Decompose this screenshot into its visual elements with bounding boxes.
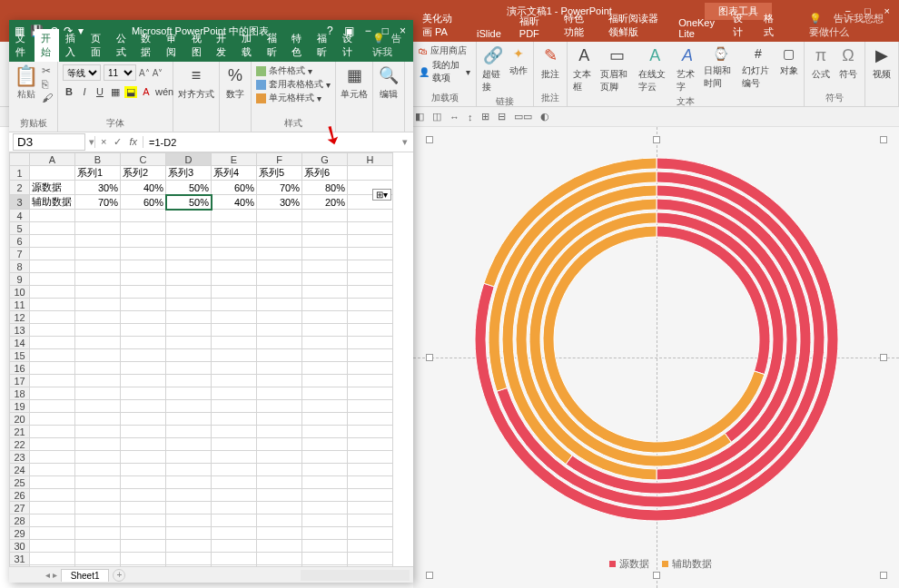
qat-icon[interactable]: ◐: [538, 111, 551, 122]
equation-button[interactable]: π公式: [810, 44, 832, 81]
ppt-tab[interactable]: 福昕PDF: [510, 12, 555, 42]
online-wordcloud-button[interactable]: A在线文字云: [638, 44, 671, 93]
legend-swatch-aux: [662, 561, 668, 567]
border-icon[interactable]: ▦: [109, 86, 122, 98]
excel-tab[interactable]: 开发: [210, 29, 235, 62]
underline-icon[interactable]: U: [94, 86, 106, 98]
excel-tab[interactable]: 福昕: [311, 29, 336, 62]
excel-tab[interactable]: 数据: [134, 29, 160, 62]
cell-style-button[interactable]: 单元格样式 ▾: [256, 92, 331, 104]
datetime-button[interactable]: ⌚日期和时间: [704, 44, 736, 90]
doughnut-chart[interactable]: [430, 140, 884, 539]
bold-icon[interactable]: B: [63, 86, 75, 98]
spreadsheet-grid[interactable]: ABCDEFGH1系列1系列2系列3系列4系列5系列62源数据30%40%50%…: [9, 152, 413, 566]
excel-ribbon: 📋粘贴 ✂ ⎘ 🖌 剪贴板 等线 11 A˄ A˅ B: [9, 62, 413, 132]
resize-handle[interactable]: [426, 136, 433, 143]
qat-icon[interactable]: ◧: [413, 111, 426, 122]
comment-button[interactable]: ✎批注: [539, 44, 561, 81]
textbox-button[interactable]: A文本框: [573, 44, 595, 93]
resize-handle[interactable]: [653, 136, 660, 143]
ppt-tab[interactable]: 福昕阅读器领鲜版: [599, 9, 670, 42]
excel-tab[interactable]: 公式: [110, 29, 135, 62]
ppt-tell-me[interactable]: 💡 告诉我您想要做什么: [800, 9, 899, 42]
resize-handle[interactable]: [426, 354, 433, 361]
ppt-tab[interactable]: 美化动画 PA: [413, 9, 468, 42]
sheet-tab[interactable]: Sheet1: [61, 569, 110, 582]
resize-handle[interactable]: [880, 354, 887, 361]
hyperlink-button[interactable]: 🔗超链接: [482, 44, 504, 93]
increase-font-icon[interactable]: A˄: [139, 68, 150, 78]
excel-tab[interactable]: 审阅: [160, 29, 185, 62]
decrease-font-icon[interactable]: A˅: [153, 68, 163, 78]
excel-tab[interactable]: 设计: [336, 29, 361, 62]
ppt-tab[interactable]: 设计: [724, 9, 755, 42]
italic-icon[interactable]: I: [78, 86, 91, 98]
table-format-button[interactable]: 套用表格格式 ▾: [256, 78, 331, 91]
cut-icon[interactable]: ✂: [42, 64, 53, 77]
alignment-button[interactable]: ≡对齐方式: [178, 64, 214, 101]
slide-number-button[interactable]: #幻灯片编号: [742, 44, 775, 90]
qat-icon[interactable]: ⊟: [496, 111, 508, 122]
ppt-tab[interactable]: 格式: [755, 9, 785, 42]
horizontal-scrollbar[interactable]: [301, 570, 410, 581]
number-format-button[interactable]: %数字: [224, 64, 246, 101]
sheet-tab-bar: ◂ ▸ Sheet1 +: [9, 566, 413, 583]
excel-tab[interactable]: 页面: [84, 29, 110, 62]
my-addins-button[interactable]: 👤我的加载项 ▾: [419, 59, 470, 84]
formula-bar: ▾ × ✓ fx =1-D2 ➘ ▾: [9, 132, 413, 152]
excel-tell-me[interactable]: 💡告诉我: [366, 29, 413, 62]
copy-icon[interactable]: ⎘: [42, 78, 53, 91]
fill-color-icon[interactable]: ⬓: [124, 86, 137, 98]
qat-icon[interactable]: ▭▭: [512, 111, 534, 122]
ppt-tab[interactable]: 特色功能: [555, 9, 599, 42]
editing-button[interactable]: 🔍编辑: [378, 64, 400, 101]
excel-tab-file[interactable]: 文件: [9, 29, 35, 62]
qat-icon[interactable]: ⊞: [479, 111, 491, 122]
expand-formula-icon[interactable]: ▾: [397, 136, 413, 148]
phonetic-icon[interactable]: wén: [155, 86, 168, 98]
font-name-select[interactable]: 等线: [63, 64, 101, 81]
symbol-button[interactable]: Ω符号: [837, 44, 859, 81]
font-color-icon[interactable]: A: [140, 86, 153, 98]
ppt-slide-canvas[interactable]: 源数据 辅助数据: [413, 127, 899, 588]
excel-tab-home[interactable]: 开始: [35, 29, 60, 62]
object-button[interactable]: ▢对象: [780, 44, 798, 77]
excel-tab-strip: 文件 开始 插入 页面 公式 数据 审阅 视图 开发 加载 福昕 特色 福昕 设…: [9, 42, 413, 62]
ppt-tab[interactable]: iSlide: [468, 25, 510, 42]
enter-formula-icon[interactable]: ✓: [114, 136, 122, 148]
chart-object-frame[interactable]: 源数据 辅助数据: [430, 140, 884, 575]
name-box[interactable]: [13, 133, 85, 151]
paste-button[interactable]: 📋粘贴: [14, 64, 38, 101]
cells-button[interactable]: ▦单元格: [341, 64, 368, 101]
cancel-formula-icon[interactable]: ×: [101, 136, 106, 148]
chart-legend: 源数据 辅助数据: [430, 557, 884, 571]
qat-icon[interactable]: ↔: [448, 112, 461, 122]
font-size-select[interactable]: 11: [104, 64, 136, 81]
excel-tab[interactable]: 福昕: [261, 29, 286, 62]
legend-swatch-src: [609, 561, 616, 567]
excel-tab[interactable]: 视图: [185, 29, 211, 62]
resize-handle[interactable]: [653, 572, 660, 579]
smart-tag-icon[interactable]: ⊞▾: [372, 189, 391, 201]
formula-input[interactable]: =1-D2 ➘: [143, 136, 397, 149]
resize-handle[interactable]: [880, 572, 887, 579]
action-button[interactable]: ✦动作: [509, 44, 528, 77]
header-footer-button[interactable]: ▭页眉和页脚: [600, 44, 633, 93]
app-store-button[interactable]: 🛍应用商店: [419, 44, 470, 57]
conditional-format-button[interactable]: 条件格式 ▾: [256, 64, 331, 77]
excel-datasheet-window[interactable]: ▦ 💾 ↶ ↷ ▾ Microsoft PowerPoint 中的图表... ?…: [9, 20, 413, 583]
format-painter-icon[interactable]: 🖌: [42, 92, 53, 104]
excel-tab[interactable]: 特色: [285, 29, 311, 62]
wordart-button[interactable]: A艺术字: [677, 44, 698, 93]
qat-icon[interactable]: ◫: [430, 111, 443, 122]
video-button[interactable]: ▶视频: [871, 44, 893, 81]
excel-tab[interactable]: 插入: [59, 29, 84, 62]
excel-tab[interactable]: 加载: [235, 29, 261, 62]
add-sheet-button[interactable]: +: [113, 569, 125, 582]
resize-handle[interactable]: [426, 572, 433, 579]
qat-icon[interactable]: ↕: [466, 112, 475, 122]
fx-icon[interactable]: fx: [129, 136, 137, 148]
resize-handle[interactable]: [880, 136, 887, 143]
ppt-tab[interactable]: OneKey Lite: [669, 15, 724, 42]
